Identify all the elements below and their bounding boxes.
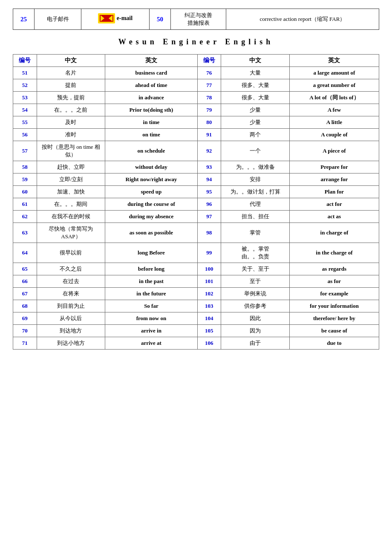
col-header-en2: 英文 — [289, 55, 379, 67]
num-cell-right: 98 — [197, 223, 221, 243]
en-cell-left: ahead of time — [105, 79, 197, 92]
num-cell-left: 66 — [13, 275, 37, 288]
zh-cell-left: 从今以后 — [37, 312, 105, 325]
num-cell-right: 101 — [197, 275, 221, 288]
main-vocab-table: 编号 中文 英文 编号 中文 英文 51 名片 business card 76… — [13, 54, 379, 350]
num-cell-left: 58 — [13, 161, 37, 173]
table-row: 51 名片 business card 76 大量 a large amount… — [13, 67, 379, 79]
en-cell-right: for your information — [289, 300, 379, 312]
zh-cell-right: 由于 — [221, 337, 290, 350]
zh-cell-right: 少量 — [221, 104, 290, 116]
en-cell-left: Prior to(doing sth) — [105, 104, 197, 116]
num-cell-right: 78 — [197, 92, 221, 104]
zh-cell-left: 到达地方 — [37, 325, 105, 337]
zh-cell-left: 准时 — [37, 129, 105, 141]
zh-cell-right: 因为 — [221, 325, 290, 337]
col-header-num2: 编号 — [197, 55, 221, 67]
zh-cell-right: 关于、至于 — [221, 263, 290, 275]
header-table: 25 电子邮件 e-mail 50 纠正与改善 措施报表 — [13, 9, 379, 30]
num-cell-left: 69 — [13, 312, 37, 325]
num-cell-right: 106 — [197, 337, 221, 350]
en-cell-right: as regards — [289, 263, 379, 275]
table-row: 59 立即/立刻 Right now/right away 94 安排 arra… — [13, 173, 379, 186]
zh-cell-right: 很多、大量 — [221, 79, 290, 92]
en-cell-left: on time — [105, 129, 197, 141]
zh-cell-right: 被。。掌管 由。。负责 — [221, 243, 290, 263]
zh-cell-right: 担当、担任 — [221, 211, 290, 223]
zh-cell-right: 很多、大量 — [221, 92, 290, 104]
en-cell-left: speed up — [105, 186, 197, 198]
table-row: 68 到目前为止 So far 103 供你参考 for your inform… — [13, 300, 379, 312]
table-row: 66 在过去 in the past 101 至于 as for — [13, 275, 379, 288]
zh-cell-left: 不久之后 — [37, 263, 105, 275]
zh-cell-right: 大量 — [221, 67, 290, 79]
table-row: 61 在。。。期间 during the course of 96 代理 act… — [13, 198, 379, 211]
num-cell-right: 103 — [197, 300, 221, 312]
col-header-num1: 编号 — [13, 55, 37, 67]
num-cell-left: 68 — [13, 300, 37, 312]
zh-cell-right: 安排 — [221, 173, 290, 186]
en-cell-left: in time — [105, 116, 197, 129]
zh-cell-right: 举例来说 — [221, 288, 290, 300]
en-cell-right: arrange for — [289, 173, 379, 186]
en-cell-left: in the past — [105, 275, 197, 288]
num-cell-left: 65 — [13, 263, 37, 275]
num-cell-right: 99 — [197, 243, 221, 263]
zh-cell-left: 及时 — [37, 116, 105, 129]
zh-cell-left: 预先，提前 — [37, 92, 105, 104]
table-header-row: 编号 中文 英文 编号 中文 英文 — [13, 55, 379, 67]
num-cell-left: 54 — [13, 104, 37, 116]
num-cell-right: 94 — [197, 173, 221, 186]
table-row: 53 预先，提前 in advance 78 很多、大量 A lot of（同 … — [13, 92, 379, 104]
table-row: 65 不久之后 before long 100 关于、至于 as regards — [13, 263, 379, 275]
num-cell-right: 100 — [197, 263, 221, 275]
zh-cell-right: 供你参考 — [221, 300, 290, 312]
num-cell-right: 92 — [197, 141, 221, 161]
table-row: 52 提前 ahead of time 77 很多、大量 a great num… — [13, 79, 379, 92]
col-header-en1: 英文 — [105, 55, 197, 67]
en-cell-right: in the charge of — [289, 243, 379, 263]
zh-cell-right: 至于 — [221, 275, 290, 288]
header-zh-label: 电子邮件 — [47, 16, 69, 22]
zh-cell-left: 赶快、立即 — [37, 161, 105, 173]
en-cell-left: in advance — [105, 92, 197, 104]
page-title: Wesun Engineer English — [13, 38, 379, 46]
num-cell-right: 102 — [197, 288, 221, 300]
table-row: 62 在我不在的时候 during my absence 97 担当、担任 ac… — [13, 211, 379, 223]
num-cell-left: 70 — [13, 325, 37, 337]
zh-cell-right: 为。。。做准备 — [221, 161, 290, 173]
logo-icon: e-mail — [98, 12, 133, 25]
header-count: 50 — [157, 16, 163, 23]
zh-cell-right: 两个 — [221, 129, 290, 141]
col-header-zh1: 中文 — [37, 55, 105, 67]
num-cell-left: 67 — [13, 288, 37, 300]
num-cell-left: 53 — [13, 92, 37, 104]
num-cell-right: 95 — [197, 186, 221, 198]
zh-cell-left: 立即/立刻 — [37, 173, 105, 186]
num-cell-right: 93 — [197, 161, 221, 173]
en-cell-left: long Before — [105, 243, 197, 263]
en-cell-right: for example — [289, 288, 379, 300]
num-cell-left: 62 — [13, 211, 37, 223]
num-cell-left: 52 — [13, 79, 37, 92]
en-cell-right: as for — [289, 275, 379, 288]
num-cell-right: 79 — [197, 104, 221, 116]
table-row: 60 加速、加快 speed up 95 为。。做计划，打算 Plan for — [13, 186, 379, 198]
en-cell-left: arrive at — [105, 337, 197, 350]
en-cell-right: be cause of — [289, 325, 379, 337]
zh-cell-left: 很早以前 — [37, 243, 105, 263]
en-cell-right: a great number of — [289, 79, 379, 92]
num-cell-right: 80 — [197, 116, 221, 129]
en-cell-right: A little — [289, 116, 379, 129]
en-cell-right: act for — [289, 198, 379, 211]
email-text: e-mail — [117, 15, 133, 22]
zh-cell-left: 按时（意思与 on time 相似） — [37, 141, 105, 161]
num-cell-left: 55 — [13, 116, 37, 129]
zh-cell-left: 尽快地（常简写为 ASAP） — [37, 223, 105, 243]
num-cell-left: 71 — [13, 337, 37, 350]
en-cell-right: A lot of（同 lots of） — [289, 92, 379, 104]
zh-cell-right: 一个 — [221, 141, 290, 161]
en-cell-left: Right now/right away — [105, 173, 197, 186]
col-header-zh2: 中文 — [221, 55, 290, 67]
table-row: 56 准时 on time 91 两个 A couple of — [13, 129, 379, 141]
